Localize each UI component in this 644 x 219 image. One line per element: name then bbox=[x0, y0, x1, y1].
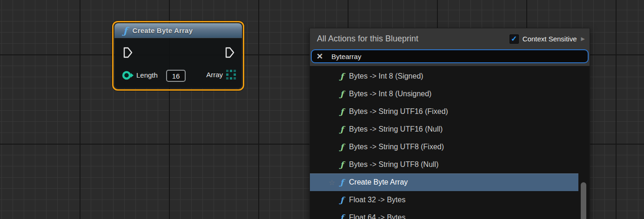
function-icon: ƒ bbox=[340, 72, 349, 81]
array-pin-label: Array bbox=[206, 71, 223, 79]
action-list[interactable]: ☆ ƒ Bytes -> Int 8 (Signed) ☆ ƒ Bytes ->… bbox=[310, 66, 590, 219]
context-sensitive-label: Context Sensitive bbox=[523, 35, 577, 43]
action-label: Bytes -> Int 8 (Signed) bbox=[349, 72, 423, 80]
checkmark-icon: ✓ bbox=[511, 35, 517, 43]
favorite-star-icon: ☆ bbox=[329, 178, 340, 187]
function-icon: ƒ bbox=[340, 213, 349, 219]
search-box[interactable]: ✕ bbox=[311, 49, 589, 63]
length-pin-label: Length bbox=[136, 71, 158, 79]
function-icon: ƒ bbox=[340, 195, 349, 205]
list-item[interactable]: ☆ ƒ Bytes -> String UTF16 (Null) bbox=[310, 120, 578, 138]
scrollbar-thumb[interactable] bbox=[581, 182, 586, 219]
menu-title: All Actions for this Blueprint bbox=[317, 34, 510, 44]
action-label: Float 32 -> Bytes bbox=[349, 196, 405, 204]
action-label: Bytes -> String UTF16 (Null) bbox=[349, 125, 443, 133]
blueprint-canvas[interactable]: { "node": { "title": "Create Byte Array"… bbox=[0, 0, 644, 219]
exec-in-pin[interactable] bbox=[123, 46, 133, 59]
search-input[interactable] bbox=[330, 52, 588, 61]
action-label: Bytes -> Int 8 (Unsigned) bbox=[349, 90, 431, 98]
search-row: ✕ bbox=[310, 49, 590, 63]
clear-search-icon[interactable]: ✕ bbox=[316, 53, 323, 60]
action-label: Float 64 -> Bytes bbox=[349, 213, 405, 219]
all-actions-menu: All Actions for this Blueprint ✓ Context… bbox=[309, 28, 590, 219]
node-header[interactable]: ƒ Create Byte Array bbox=[114, 23, 242, 38]
function-icon: ƒ bbox=[340, 160, 349, 169]
node-title: Create Byte Array bbox=[133, 27, 193, 34]
exec-out-pin[interactable] bbox=[225, 46, 235, 59]
function-icon: ƒ bbox=[123, 26, 127, 35]
array-output-pin[interactable]: Array bbox=[206, 70, 236, 80]
menu-header: All Actions for this Blueprint ✓ Context… bbox=[310, 28, 590, 49]
list-item[interactable]: ☆ ƒ Bytes -> String UTF8 (Fixed) bbox=[310, 138, 578, 156]
context-sensitive-toggle[interactable]: ✓ Context Sensitive bbox=[510, 34, 577, 44]
function-icon: ƒ bbox=[340, 125, 349, 134]
list-item[interactable]: ☆ ƒ Bytes -> String UTF16 (Fixed) bbox=[310, 103, 578, 120]
action-label: Bytes -> String UTF8 (Fixed) bbox=[349, 143, 444, 151]
function-icon: ƒ bbox=[340, 89, 349, 99]
list-item[interactable]: ☆ ƒ Bytes -> Int 8 (Unsigned) bbox=[310, 85, 578, 103]
function-icon: ƒ bbox=[340, 142, 349, 152]
node-create-byte-array[interactable]: ƒ Create Byte Array Length 16 Array bbox=[112, 21, 244, 91]
length-byte-pin[interactable] bbox=[121, 70, 134, 80]
list-item[interactable]: ☆ ƒ Float 64 -> Bytes bbox=[310, 209, 578, 219]
node-body: ƒ Create Byte Array Length 16 Array bbox=[114, 23, 242, 88]
list-item[interactable]: ☆ ƒ Float 32 -> Bytes bbox=[310, 191, 578, 209]
array-pin-icon bbox=[226, 70, 236, 80]
context-sensitive-checkbox[interactable]: ✓ bbox=[510, 34, 519, 44]
action-label: Create Byte Array bbox=[349, 178, 408, 186]
action-label: Bytes -> String UTF8 (Null) bbox=[349, 160, 438, 169]
list-item[interactable]: ☆ ƒ Create Byte Array bbox=[310, 173, 578, 191]
function-icon: ƒ bbox=[340, 107, 349, 116]
function-icon: ƒ bbox=[340, 178, 349, 187]
list-item[interactable]: ☆ ƒ Bytes -> Int 8 (Signed) bbox=[310, 67, 578, 85]
action-label: Bytes -> String UTF16 (Fixed) bbox=[349, 107, 448, 116]
length-value-input[interactable]: 16 bbox=[166, 70, 186, 82]
expand-arrow-icon[interactable]: ▶ bbox=[581, 36, 585, 42]
list-item[interactable]: ☆ ƒ Bytes -> String UTF8 (Null) bbox=[310, 156, 578, 173]
